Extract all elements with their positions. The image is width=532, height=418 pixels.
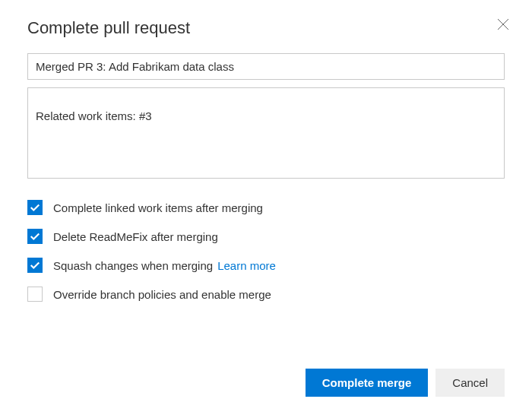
check-icon — [30, 202, 40, 213]
delete-branch-checkbox[interactable] — [27, 229, 43, 244]
complete-work-items-checkbox[interactable] — [27, 200, 43, 215]
commit-title-input[interactable] — [27, 53, 505, 80]
check-icon — [30, 231, 40, 242]
dialog-title: Complete pull request — [27, 18, 505, 38]
learn-more-link[interactable]: Learn more — [217, 259, 276, 272]
squash-label: Squash changes when merging — [53, 259, 213, 272]
button-row: Complete merge Cancel — [306, 369, 505, 397]
close-button[interactable] — [496, 17, 511, 32]
option-delete-branch: Delete ReadMeFix after merging — [27, 229, 505, 244]
option-override-policies: Override branch policies and enable merg… — [27, 287, 505, 302]
override-policies-label: Override branch policies and enable merg… — [53, 288, 271, 301]
complete-merge-button[interactable]: Complete merge — [306, 369, 429, 397]
squash-checkbox[interactable] — [27, 258, 43, 273]
description-input[interactable]: Related work items: #3 — [27, 87, 505, 179]
close-icon — [497, 18, 509, 30]
option-squash: Squash changes when merging Learn more — [27, 258, 505, 273]
option-complete-work-items: Complete linked work items after merging — [27, 200, 505, 215]
override-policies-checkbox[interactable] — [27, 287, 43, 302]
complete-pr-dialog: Complete pull request Related work items… — [0, 0, 532, 418]
complete-work-items-label: Complete linked work items after merging — [53, 201, 263, 214]
delete-branch-label: Delete ReadMeFix after merging — [53, 230, 218, 243]
check-icon — [30, 260, 40, 271]
cancel-button[interactable]: Cancel — [435, 369, 505, 397]
